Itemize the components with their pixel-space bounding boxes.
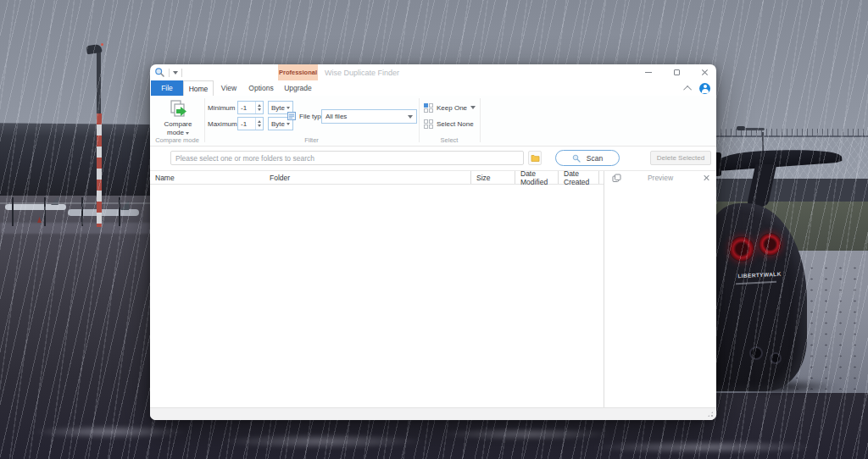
folder-search-input[interactable] (170, 151, 524, 165)
group-separator (480, 98, 481, 142)
select-none-label: Select None (437, 120, 474, 128)
maximum-size-value: -1 (238, 118, 255, 130)
tab-file[interactable]: File (151, 80, 183, 96)
tab-view[interactable]: View (214, 80, 244, 96)
minimum-label: Minimum (208, 101, 235, 114)
preview-header: Preview (604, 171, 716, 185)
tab-upgrade[interactable]: Upgrade (278, 80, 318, 96)
separator (169, 69, 170, 77)
column-header-date-created[interactable]: Date Created (558, 171, 599, 184)
ribbon-toolbar: Compare mode Compare mode Minimum -1 Byt… (150, 96, 716, 147)
minimum-size-value: -1 (238, 102, 255, 113)
file-type-dropdown[interactable]: All files (321, 109, 417, 124)
collapse-ribbon-chevron-icon[interactable] (683, 85, 692, 93)
ribbon-tab-bar: File Home View Options Upgrade (150, 80, 716, 96)
maximize-icon (674, 69, 680, 75)
preview-close-icon[interactable] (703, 174, 709, 181)
close-icon (701, 69, 709, 76)
preview-pages-icon[interactable] (612, 174, 621, 183)
column-header-size[interactable]: Size (470, 171, 515, 184)
dropdown-caret-icon (186, 132, 189, 135)
compare-mode-icon (168, 99, 188, 119)
spinner-arrows-icon[interactable] (255, 118, 263, 130)
window-controls (643, 64, 709, 80)
preview-panel: Preview (604, 171, 716, 407)
compare-mode-button[interactable]: Compare mode (156, 99, 200, 136)
minimum-size-spinner[interactable]: -1 (237, 101, 264, 114)
keep-one-button[interactable]: Keep One (424, 102, 476, 113)
quick-access-toolbar (154, 66, 182, 79)
scan-button[interactable]: Scan (555, 150, 620, 166)
group-caption-filter: Filter (204, 136, 419, 144)
tab-bar-right-controls (686, 80, 710, 96)
resize-grip[interactable] (707, 411, 714, 418)
file-type-icon (287, 112, 296, 120)
account-icon[interactable] (699, 83, 710, 94)
column-header-folder[interactable]: Folder (264, 171, 470, 184)
dropdown-caret-icon (470, 106, 476, 109)
delete-selected-button[interactable]: Delete Selected (650, 151, 711, 165)
group-caption-select: Select (419, 136, 480, 144)
table-header-row: Name Folder Size Date Modified Date Crea… (150, 171, 604, 185)
browse-folder-button[interactable] (528, 151, 542, 165)
scan-magnifier-icon (572, 154, 581, 163)
keep-one-grid-icon (424, 103, 433, 113)
main-content: Name Folder Size Date Modified Date Crea… (150, 170, 716, 407)
maximum-size-spinner[interactable]: -1 (237, 117, 264, 130)
column-header-name[interactable]: Name (150, 171, 264, 184)
search-row: Scan Delete Selected (150, 147, 716, 170)
spinner-arrows-icon[interactable] (255, 102, 263, 113)
folder-icon (531, 153, 540, 163)
wise-duplicate-finder-window: Professional Wise Duplicate Finder File … (150, 64, 716, 420)
separator (181, 69, 182, 77)
file-type-value: All files (326, 113, 347, 120)
minimize-button[interactable] (643, 68, 654, 78)
close-button[interactable] (699, 68, 709, 78)
minimum-unit-value: Byte (271, 104, 285, 112)
keep-one-label: Keep One (437, 104, 467, 112)
dropdown-caret-icon (408, 115, 413, 119)
table-body-empty[interactable] (150, 185, 604, 407)
column-header-date-modified[interactable]: Date Modified (515, 171, 558, 184)
minimize-icon (645, 72, 652, 73)
group-caption-compare-mode: Compare mode (150, 136, 204, 144)
tab-options[interactable]: Options (244, 80, 278, 96)
preview-title: Preview (648, 174, 673, 182)
app-logo-magnifier-icon[interactable] (154, 67, 165, 78)
maximum-unit-value: Byte (271, 120, 285, 128)
select-none-grid-icon (424, 119, 433, 129)
file-type-row: File type (287, 109, 325, 123)
window-title: Wise Duplicate Finder (325, 64, 399, 80)
professional-badge: Professional (278, 64, 318, 80)
compare-mode-label: Compare mode (156, 120, 200, 136)
maximize-button[interactable] (671, 68, 682, 78)
select-none-button[interactable]: Select None (424, 118, 474, 130)
qat-dropdown-caret-icon[interactable] (173, 71, 178, 75)
title-bar: Professional Wise Duplicate Finder (150, 64, 716, 80)
preview-body-empty (604, 185, 716, 407)
results-table: Name Folder Size Date Modified Date Crea… (150, 171, 604, 407)
status-bar (150, 407, 716, 420)
maximum-label: Maximum (208, 117, 237, 130)
scan-button-label: Scan (587, 154, 603, 163)
tab-home[interactable]: Home (183, 80, 214, 96)
